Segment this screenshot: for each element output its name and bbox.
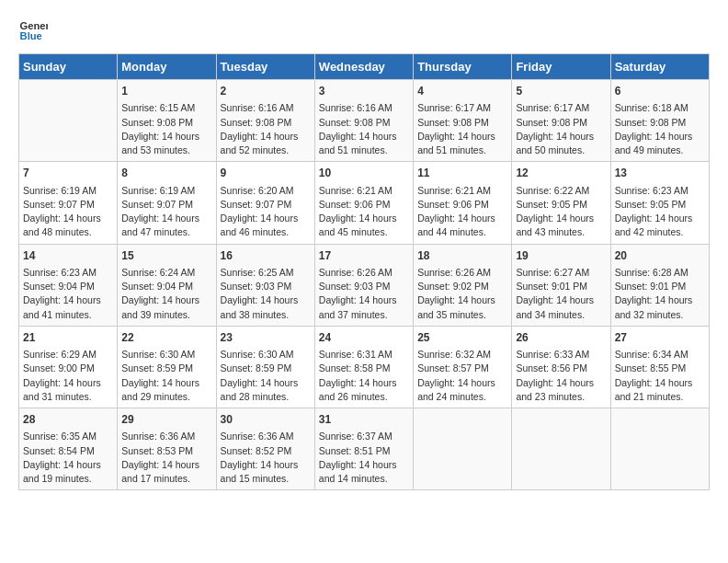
day-number: 3 xyxy=(319,84,409,99)
day-number: 21 xyxy=(23,330,113,346)
calendar-cell: 16Sunrise: 6:25 AM Sunset: 9:03 PM Dayli… xyxy=(216,244,314,326)
cell-content: Sunrise: 6:35 AM Sunset: 8:54 PM Dayligh… xyxy=(23,430,113,486)
day-number: 1 xyxy=(121,84,211,99)
day-number: 17 xyxy=(319,248,409,264)
day-number: 27 xyxy=(615,330,705,346)
logo-icon: General Blue xyxy=(18,15,48,44)
calendar-cell: 8Sunrise: 6:19 AM Sunset: 9:07 PM Daylig… xyxy=(118,162,216,244)
cell-content: Sunrise: 6:36 AM Sunset: 8:53 PM Dayligh… xyxy=(121,430,211,486)
calendar-cell: 31Sunrise: 6:37 AM Sunset: 8:51 PM Dayli… xyxy=(314,408,413,490)
cell-content: Sunrise: 6:19 AM Sunset: 9:07 PM Dayligh… xyxy=(121,184,211,240)
cell-content: Sunrise: 6:24 AM Sunset: 9:04 PM Dayligh… xyxy=(121,266,211,322)
calendar-cell xyxy=(512,408,610,490)
cell-content: Sunrise: 6:27 AM Sunset: 9:01 PM Dayligh… xyxy=(516,266,606,322)
cell-content: Sunrise: 6:17 AM Sunset: 9:08 PM Dayligh… xyxy=(417,101,507,157)
calendar-cell: 14Sunrise: 6:23 AM Sunset: 9:04 PM Dayli… xyxy=(19,244,118,326)
header: General Blue xyxy=(18,15,710,44)
calendar-cell: 3Sunrise: 6:16 AM Sunset: 9:08 PM Daylig… xyxy=(314,80,413,162)
cell-content: Sunrise: 6:34 AM Sunset: 8:55 PM Dayligh… xyxy=(615,348,705,404)
header-row: SundayMondayTuesdayWednesdayThursdayFrid… xyxy=(19,54,710,80)
header-cell-saturday: Saturday xyxy=(610,54,709,80)
calendar-cell: 18Sunrise: 6:26 AM Sunset: 9:02 PM Dayli… xyxy=(414,244,512,326)
calendar-cell: 15Sunrise: 6:24 AM Sunset: 9:04 PM Dayli… xyxy=(118,244,216,326)
calendar-table: SundayMondayTuesdayWednesdayThursdayFrid… xyxy=(18,53,710,490)
calendar-cell: 30Sunrise: 6:36 AM Sunset: 8:52 PM Dayli… xyxy=(216,408,314,490)
day-number: 10 xyxy=(319,166,409,181)
cell-content: Sunrise: 6:36 AM Sunset: 8:52 PM Dayligh… xyxy=(221,430,311,486)
cell-content: Sunrise: 6:21 AM Sunset: 9:06 PM Dayligh… xyxy=(319,184,409,240)
cell-content: Sunrise: 6:28 AM Sunset: 9:01 PM Dayligh… xyxy=(615,266,705,322)
week-row-3: 14Sunrise: 6:23 AM Sunset: 9:04 PM Dayli… xyxy=(19,244,710,326)
day-number: 30 xyxy=(221,412,311,428)
calendar-cell: 2Sunrise: 6:16 AM Sunset: 9:08 PM Daylig… xyxy=(216,80,314,162)
calendar-cell xyxy=(610,408,709,490)
calendar-cell xyxy=(414,408,512,490)
calendar-cell: 26Sunrise: 6:33 AM Sunset: 8:56 PM Dayli… xyxy=(512,326,610,408)
day-number: 28 xyxy=(23,412,113,428)
day-number: 22 xyxy=(121,330,211,346)
cell-content: Sunrise: 6:23 AM Sunset: 9:05 PM Dayligh… xyxy=(615,184,705,240)
calendar-cell: 21Sunrise: 6:29 AM Sunset: 9:00 PM Dayli… xyxy=(19,326,118,408)
calendar-cell: 13Sunrise: 6:23 AM Sunset: 9:05 PM Dayli… xyxy=(610,162,709,244)
header-cell-sunday: Sunday xyxy=(19,54,118,80)
calendar-cell: 25Sunrise: 6:32 AM Sunset: 8:57 PM Dayli… xyxy=(414,326,512,408)
day-number: 4 xyxy=(417,84,507,99)
week-row-1: 1Sunrise: 6:15 AM Sunset: 9:08 PM Daylig… xyxy=(19,80,710,162)
cell-content: Sunrise: 6:19 AM Sunset: 9:07 PM Dayligh… xyxy=(23,184,113,240)
day-number: 20 xyxy=(615,248,705,264)
calendar-cell: 9Sunrise: 6:20 AM Sunset: 9:07 PM Daylig… xyxy=(216,162,314,244)
header-cell-monday: Monday xyxy=(118,54,216,80)
calendar-cell: 12Sunrise: 6:22 AM Sunset: 9:05 PM Dayli… xyxy=(512,162,610,244)
day-number: 9 xyxy=(221,166,311,181)
cell-content: Sunrise: 6:20 AM Sunset: 9:07 PM Dayligh… xyxy=(221,184,311,240)
day-number: 12 xyxy=(516,166,606,181)
calendar-cell: 28Sunrise: 6:35 AM Sunset: 8:54 PM Dayli… xyxy=(19,408,118,490)
svg-text:Blue: Blue xyxy=(20,30,42,41)
calendar-cell: 24Sunrise: 6:31 AM Sunset: 8:58 PM Dayli… xyxy=(314,326,413,408)
logo: General Blue xyxy=(18,15,51,44)
cell-content: Sunrise: 6:37 AM Sunset: 8:51 PM Dayligh… xyxy=(319,430,409,486)
cell-content: Sunrise: 6:29 AM Sunset: 9:00 PM Dayligh… xyxy=(23,348,113,404)
cell-content: Sunrise: 6:16 AM Sunset: 9:08 PM Dayligh… xyxy=(319,101,409,157)
cell-content: Sunrise: 6:17 AM Sunset: 9:08 PM Dayligh… xyxy=(516,101,606,157)
header-cell-wednesday: Wednesday xyxy=(314,54,413,80)
day-number: 7 xyxy=(23,166,113,181)
cell-content: Sunrise: 6:31 AM Sunset: 8:58 PM Dayligh… xyxy=(319,348,409,404)
cell-content: Sunrise: 6:18 AM Sunset: 9:08 PM Dayligh… xyxy=(615,101,705,157)
day-number: 6 xyxy=(615,84,705,99)
day-number: 29 xyxy=(121,412,211,428)
calendar-cell: 10Sunrise: 6:21 AM Sunset: 9:06 PM Dayli… xyxy=(314,162,413,244)
calendar-cell: 5Sunrise: 6:17 AM Sunset: 9:08 PM Daylig… xyxy=(512,80,610,162)
week-row-4: 21Sunrise: 6:29 AM Sunset: 9:00 PM Dayli… xyxy=(19,326,710,408)
calendar-cell: 27Sunrise: 6:34 AM Sunset: 8:55 PM Dayli… xyxy=(610,326,709,408)
calendar-cell: 19Sunrise: 6:27 AM Sunset: 9:01 PM Dayli… xyxy=(512,244,610,326)
day-number: 13 xyxy=(615,166,705,181)
cell-content: Sunrise: 6:30 AM Sunset: 8:59 PM Dayligh… xyxy=(121,348,211,404)
day-number: 23 xyxy=(221,330,311,346)
day-number: 8 xyxy=(121,166,211,181)
week-row-2: 7Sunrise: 6:19 AM Sunset: 9:07 PM Daylig… xyxy=(19,162,710,244)
day-number: 14 xyxy=(23,248,113,264)
header-cell-friday: Friday xyxy=(512,54,610,80)
calendar-cell: 20Sunrise: 6:28 AM Sunset: 9:01 PM Dayli… xyxy=(610,244,709,326)
calendar-cell: 23Sunrise: 6:30 AM Sunset: 8:59 PM Dayli… xyxy=(216,326,314,408)
calendar-header: SundayMondayTuesdayWednesdayThursdayFrid… xyxy=(19,54,710,80)
day-number: 18 xyxy=(417,248,507,264)
day-number: 15 xyxy=(121,248,211,264)
calendar-cell xyxy=(19,80,118,162)
cell-content: Sunrise: 6:33 AM Sunset: 8:56 PM Dayligh… xyxy=(516,348,606,404)
calendar-cell: 29Sunrise: 6:36 AM Sunset: 8:53 PM Dayli… xyxy=(118,408,216,490)
calendar-cell: 1Sunrise: 6:15 AM Sunset: 9:08 PM Daylig… xyxy=(118,80,216,162)
day-number: 2 xyxy=(221,84,311,99)
calendar-cell: 4Sunrise: 6:17 AM Sunset: 9:08 PM Daylig… xyxy=(414,80,512,162)
calendar-cell: 7Sunrise: 6:19 AM Sunset: 9:07 PM Daylig… xyxy=(19,162,118,244)
week-row-5: 28Sunrise: 6:35 AM Sunset: 8:54 PM Dayli… xyxy=(19,408,710,490)
cell-content: Sunrise: 6:15 AM Sunset: 9:08 PM Dayligh… xyxy=(121,101,211,157)
calendar-cell: 17Sunrise: 6:26 AM Sunset: 9:03 PM Dayli… xyxy=(314,244,413,326)
cell-content: Sunrise: 6:21 AM Sunset: 9:06 PM Dayligh… xyxy=(417,184,507,240)
cell-content: Sunrise: 6:26 AM Sunset: 9:03 PM Dayligh… xyxy=(319,266,409,322)
cell-content: Sunrise: 6:25 AM Sunset: 9:03 PM Dayligh… xyxy=(221,266,311,322)
cell-content: Sunrise: 6:16 AM Sunset: 9:08 PM Dayligh… xyxy=(221,101,311,157)
calendar-body: 1Sunrise: 6:15 AM Sunset: 9:08 PM Daylig… xyxy=(19,80,710,490)
cell-content: Sunrise: 6:32 AM Sunset: 8:57 PM Dayligh… xyxy=(417,348,507,404)
